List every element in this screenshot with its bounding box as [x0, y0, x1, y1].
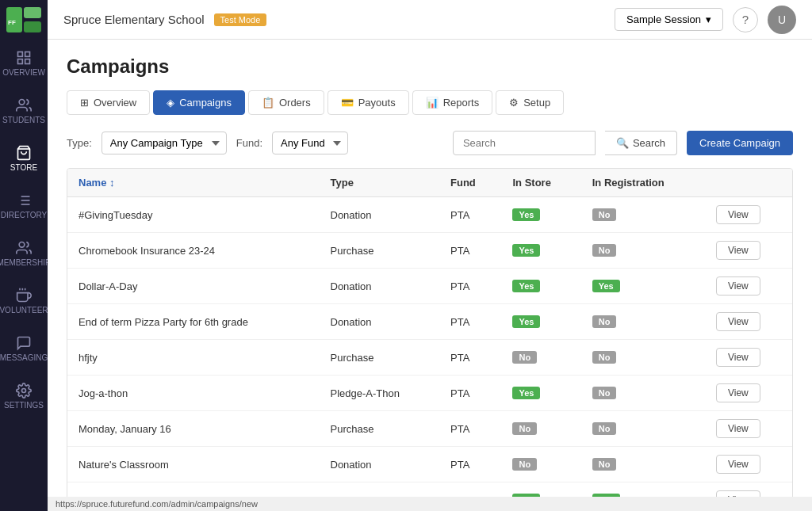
col-action: [705, 169, 792, 197]
cell-in-registration: Yes: [581, 269, 705, 304]
sidebar-item-messaging-label: MESSAGING: [0, 353, 48, 362]
cell-in-store: No: [501, 411, 580, 447]
cell-in-registration: No: [581, 376, 705, 411]
cell-in-store: Yes: [501, 376, 580, 411]
view-button[interactable]: View: [716, 276, 760, 296]
cell-in-registration: No: [581, 304, 705, 340]
view-button[interactable]: View: [716, 348, 760, 367]
cell-fund: PTA: [439, 447, 501, 482]
cell-in-registration: No: [581, 447, 705, 482]
sort-icon: ↕: [109, 177, 115, 189]
col-in-registration: In Registration: [581, 169, 705, 197]
help-button[interactable]: ?: [733, 7, 758, 32]
status-bar: https://spruce.futurefund.com/admin/camp…: [48, 497, 812, 511]
table-row: Monday, January 16 Purchase PTA No No Vi…: [67, 411, 792, 447]
school-name: Spruce Elementary School: [63, 13, 205, 26]
table-row: Jog-a-thon Pledge-A-Thon PTA Yes No View: [67, 376, 792, 411]
cell-action: View: [705, 304, 792, 340]
tab-campaigns-label: Campaigns: [179, 97, 232, 109]
logo[interactable]: FF: [0, 0, 48, 40]
fund-filter[interactable]: Any Fund: [272, 132, 348, 154]
tab-orders-label: Orders: [279, 97, 311, 109]
fund-filter-label: Fund:: [236, 137, 262, 149]
svg-rect-1: [24, 7, 41, 18]
view-button[interactable]: View: [716, 312, 760, 331]
header-left: Spruce Elementary School Test Mode: [63, 13, 266, 26]
type-filter-label: Type:: [67, 137, 92, 149]
svg-text:FF: FF: [8, 19, 16, 26]
sidebar-item-store[interactable]: STORE: [0, 135, 48, 182]
sidebar-item-directory[interactable]: DIRECTORY: [0, 182, 48, 230]
payouts-tab-icon: 💳: [341, 97, 354, 109]
header: Spruce Elementary School Test Mode Sampl…: [48, 0, 812, 40]
view-button[interactable]: View: [716, 383, 760, 402]
header-right: Sample Session ▾ ? U: [615, 6, 796, 34]
create-campaign-button[interactable]: Create Campaign: [687, 131, 793, 155]
page-content: Campaigns ⊞ Overview ◈ Campaigns 📋 Order…: [48, 40, 812, 511]
cell-action: View: [705, 340, 792, 376]
cell-name: Nature's Classroom: [67, 447, 320, 482]
sidebar-item-overview[interactable]: OVERVIEW: [0, 40, 48, 87]
cell-in-registration: No: [581, 411, 705, 447]
cell-type: Donation: [320, 197, 440, 233]
cell-in-store: Yes: [501, 269, 580, 304]
sidebar-item-overview-label: OVERVIEW: [2, 68, 45, 77]
svg-rect-6: [18, 59, 23, 64]
cell-fund: PTA: [439, 376, 501, 411]
overview-tab-icon: ⊞: [80, 97, 89, 109]
cell-in-store: Yes: [501, 304, 580, 340]
search-button[interactable]: 🔍 Search: [605, 131, 677, 155]
sidebar-item-students-label: STUDENTS: [2, 116, 45, 124]
sidebar-item-settings[interactable]: SETTINGS: [0, 372, 48, 420]
view-button[interactable]: View: [716, 205, 760, 224]
tabs-bar: ⊞ Overview ◈ Campaigns 📋 Orders 💳 Payout…: [67, 90, 793, 115]
cell-in-registration: No: [581, 233, 705, 269]
cell-type: Purchase: [320, 233, 440, 269]
cell-fund: PTA: [439, 304, 501, 340]
tab-overview[interactable]: ⊞ Overview: [67, 90, 150, 115]
session-button[interactable]: Sample Session ▾: [615, 8, 723, 31]
cell-type: Purchase: [320, 340, 440, 376]
table-row: Dollar-A-Day Donation PTA Yes Yes View: [67, 269, 792, 304]
tab-orders[interactable]: 📋 Orders: [248, 90, 324, 115]
sidebar-item-volunteer[interactable]: VOLUNTEER: [0, 277, 48, 325]
cell-in-store: Yes: [501, 233, 580, 269]
svg-rect-7: [25, 59, 30, 64]
filter-bar: Type: Any Campaign Type Fund: Any Fund 🔍…: [67, 131, 793, 155]
view-button[interactable]: View: [716, 455, 760, 474]
sidebar-item-store-label: STORE: [10, 163, 37, 172]
cell-fund: PTA: [439, 197, 501, 233]
cell-type: Donation: [320, 269, 440, 304]
cell-in-store: No: [501, 447, 580, 482]
avatar[interactable]: U: [768, 6, 796, 34]
cell-action: View: [705, 376, 792, 411]
cell-fund: PTA: [439, 411, 501, 447]
status-url: https://spruce.futurefund.com/admin/camp…: [56, 499, 258, 509]
table: Name ↕ Type Fund In Store In Registratio…: [67, 169, 792, 511]
table-body: #GivingTuesday Donation PTA Yes No View …: [67, 197, 792, 512]
col-name[interactable]: Name ↕: [67, 169, 320, 197]
search-btn-label: Search: [633, 137, 665, 149]
reports-tab-icon: 📊: [426, 97, 439, 109]
sidebar-item-messaging[interactable]: MESSAGING: [0, 325, 48, 372]
view-button[interactable]: View: [716, 241, 760, 260]
cell-in-store: No: [501, 340, 580, 376]
orders-tab-icon: 📋: [262, 97, 274, 109]
view-button[interactable]: View: [716, 419, 760, 438]
sidebar-item-students[interactable]: STUDENTS: [0, 87, 48, 135]
tab-payouts-label: Payouts: [358, 97, 396, 109]
tab-campaigns[interactable]: ◈ Campaigns: [153, 90, 245, 115]
cell-type: Purchase: [320, 411, 440, 447]
campaign-type-filter[interactable]: Any Campaign Type: [102, 132, 227, 154]
sidebar-item-membership[interactable]: MEMBERSHIP: [0, 230, 48, 277]
table-row: #GivingTuesday Donation PTA Yes No View: [67, 197, 792, 233]
table-row: Chromebook Insurance 23-24 Purchase PTA …: [67, 233, 792, 269]
tab-reports[interactable]: 📊 Reports: [412, 90, 493, 115]
tab-setup[interactable]: ⚙ Setup: [496, 90, 564, 115]
sidebar-item-directory-label: DIRECTORY: [1, 211, 48, 219]
cell-type: Pledge-A-Thon: [320, 376, 440, 411]
cell-type: Donation: [320, 447, 440, 482]
tab-payouts[interactable]: 💳 Payouts: [327, 90, 409, 115]
search-input[interactable]: [453, 131, 596, 155]
cell-action: View: [705, 197, 792, 233]
